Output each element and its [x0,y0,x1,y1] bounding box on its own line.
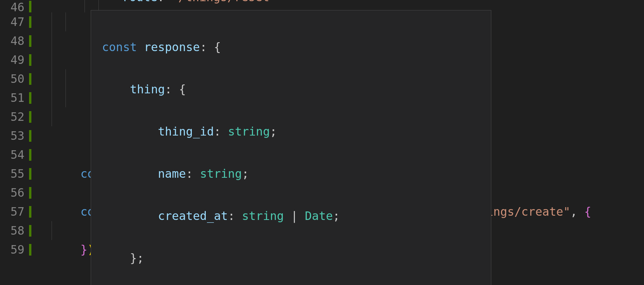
gutter: 59 [0,244,33,256]
code-editor[interactable]: 46 route: "/things/reset" 47 me 48 [0,0,644,285]
gutter: 49 [0,54,33,66]
git-added-bar [29,73,31,85]
git-added-bar [29,149,31,161]
git-added-bar [29,54,31,66]
git-added-bar [29,168,31,180]
hover-tooltip[interactable]: const response: { thing: { thing_id: str… [91,10,491,285]
gutter: 47 [0,16,33,28]
git-added-bar [29,92,31,104]
git-added-bar [29,111,31,123]
git-added-bar [29,35,31,47]
gutter: 48 [0,35,33,47]
git-added-bar [29,16,31,28]
gutter: 54 [0,149,33,161]
gutter: 57 [0,206,33,218]
gutter: 50 [0,73,33,85]
git-added-bar [29,225,31,237]
hover-type-info: const response: { thing: { thing_id: str… [91,10,491,285]
git-added-bar [29,187,31,199]
line-number: 46 [10,2,33,12]
gutter: 58 [0,225,33,237]
git-added-bar [29,244,31,256]
gutter: 55 [0,168,33,180]
gutter: 56 [0,187,33,199]
git-added-bar [29,130,31,142]
gutter: 53 [0,130,33,142]
gutter: 46 [0,1,33,12]
gutter: 52 [0,111,33,123]
git-added-bar [29,206,31,218]
gutter: 51 [0,92,33,104]
